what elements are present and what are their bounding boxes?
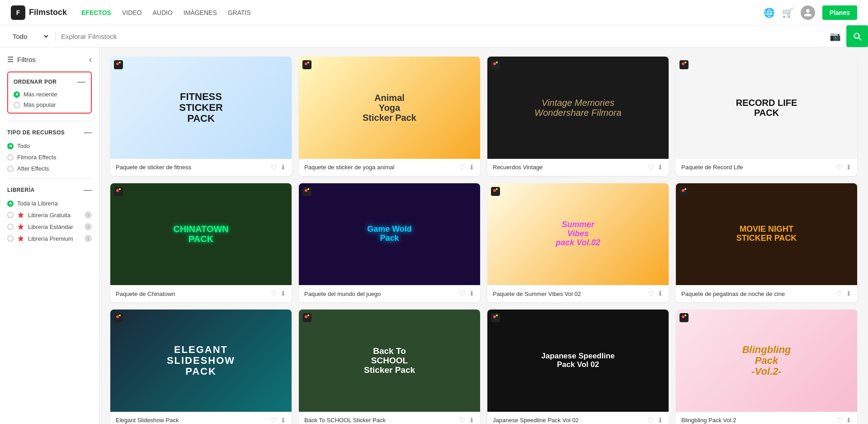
card-thumbnail: FITNESSSTICKERPACK bbox=[110, 57, 292, 159]
type-checkbox-item[interactable]: After Effects bbox=[7, 165, 92, 172]
sort-radio-item[interactable]: Más reciente bbox=[14, 91, 85, 98]
thumb-image: Back ToSCHOOLSticker Pack bbox=[299, 310, 480, 412]
thumb-image: SummerVibespack Vol.02 bbox=[487, 183, 669, 286]
card-download-button[interactable]: ⬇ bbox=[280, 163, 286, 172]
library-item[interactable]: Toda la Librería bbox=[7, 200, 92, 207]
search-filter-select[interactable]: Todo Video Audio Imágenes bbox=[11, 32, 50, 41]
nav-item-video[interactable]: VIDEO bbox=[122, 9, 142, 16]
card-like-button[interactable]: ♡ bbox=[836, 416, 842, 424]
sort-section-header: ORDENAR POR — bbox=[14, 77, 85, 86]
globe-icon[interactable]: 🌐 bbox=[764, 7, 775, 18]
card[interactable]: BlingblingPack-Vol.2- Blingbling Pack Vo… bbox=[676, 310, 857, 424]
card-badge bbox=[114, 60, 123, 71]
thumb-image: Vintage MemoriesWondershare Filmora bbox=[487, 57, 669, 159]
sidebar-toggle[interactable]: ‹ bbox=[89, 55, 92, 64]
nav-item-audio[interactable]: AUDIO bbox=[152, 9, 172, 16]
content-area: FITNESSSTICKERPACK Paquete de sticker de… bbox=[99, 48, 868, 424]
library-collapse-icon[interactable]: — bbox=[84, 185, 92, 195]
type-collapse-icon[interactable]: — bbox=[84, 128, 92, 137]
sort-collapse-icon[interactable]: — bbox=[77, 77, 85, 86]
card-title: Blingbling Pack Vol.2 bbox=[681, 417, 833, 424]
card[interactable]: Vintage MemoriesWondershare Filmora Recu… bbox=[487, 57, 669, 176]
card-like-button[interactable]: ♡ bbox=[271, 290, 277, 298]
card-download-button[interactable]: ⬇ bbox=[657, 163, 663, 172]
library-item[interactable]: Librería Estándar i bbox=[7, 223, 92, 230]
radio-label: Más popular bbox=[24, 101, 56, 108]
card-download-button[interactable]: ⬇ bbox=[280, 290, 286, 298]
card[interactable]: MOVIE NIGHTSticker Pack Paquete de pegat… bbox=[676, 183, 857, 303]
logo-icon: F bbox=[11, 5, 25, 20]
thumb-overlay-text: Game WoldPack bbox=[367, 225, 412, 243]
card-like-button[interactable]: ♡ bbox=[459, 416, 465, 424]
card-actions: ♡ ⬇ bbox=[459, 290, 475, 298]
card[interactable]: RECORD LIFEPACK Paquete de Record Life ♡… bbox=[676, 57, 857, 176]
card-thumbnail: SummerVibespack Vol.02 bbox=[487, 183, 669, 286]
card-like-button[interactable]: ♡ bbox=[648, 416, 654, 424]
card-thumb-inner: FITNESSSTICKERPACK bbox=[110, 57, 292, 159]
type-checkbox-item[interactable]: Filmora Effects bbox=[7, 154, 92, 161]
card-like-button[interactable]: ♡ bbox=[648, 163, 654, 172]
card[interactable]: Japanese SpeedlinePack Vol 02 Japanese S… bbox=[487, 310, 669, 424]
card-like-button[interactable]: ♡ bbox=[836, 163, 842, 172]
avatar[interactable] bbox=[801, 5, 815, 20]
planes-button[interactable]: Planes bbox=[822, 5, 857, 20]
library-info-icon[interactable]: i bbox=[85, 211, 92, 219]
card-title: Recuerdos Vintage bbox=[493, 164, 644, 171]
camera-icon[interactable]: 📷 bbox=[830, 31, 841, 42]
check-circle bbox=[7, 154, 14, 161]
thumb-overlay-text: Japanese SpeedlinePack Vol 02 bbox=[541, 352, 615, 369]
card-download-button[interactable]: ⬇ bbox=[657, 416, 663, 424]
sort-radio-group: Más recienteMás popular bbox=[14, 91, 85, 108]
card-badge bbox=[302, 187, 311, 198]
library-section-header: LIBRERÍA — bbox=[7, 185, 92, 195]
card-download-button[interactable]: ⬇ bbox=[469, 163, 475, 172]
card[interactable]: CHINATOWNPACK Paquete de Chinatown ♡ ⬇ bbox=[110, 183, 292, 303]
nav-item-imágenes[interactable]: IMÁGENES bbox=[184, 9, 217, 16]
card-like-button[interactable]: ♡ bbox=[648, 290, 654, 298]
svg-marker-1 bbox=[18, 224, 24, 230]
card-info: Back To SCHOOL Sticker Pack ♡ ⬇ bbox=[299, 412, 480, 424]
card[interactable]: FITNESSSTICKERPACK Paquete de sticker de… bbox=[110, 57, 292, 176]
library-info-icon[interactable]: i bbox=[85, 235, 92, 242]
search-button[interactable] bbox=[846, 25, 868, 47]
sort-radio-item[interactable]: Más popular bbox=[14, 101, 85, 108]
card-like-button[interactable]: ♡ bbox=[836, 290, 842, 298]
card-like-button[interactable]: ♡ bbox=[459, 163, 465, 172]
type-checkbox-group: TodoFilmora EffectsAfter Effects bbox=[7, 143, 92, 172]
card[interactable]: ELEGANTSLIDESHOW PACK Elegant Slideshow … bbox=[110, 310, 292, 424]
library-item[interactable]: Librería Premium i bbox=[7, 235, 92, 242]
card-badge bbox=[679, 313, 689, 324]
card-badge bbox=[302, 313, 311, 324]
logo-area: F Filmstock bbox=[11, 5, 67, 20]
nav-item-efectos[interactable]: EFECTOS bbox=[81, 9, 111, 16]
svg-point-34 bbox=[493, 315, 496, 318]
radio-circle bbox=[14, 91, 20, 98]
library-item[interactable]: Librería Gratuita i bbox=[7, 211, 92, 219]
cart-icon[interactable]: 🛒 bbox=[782, 7, 793, 18]
card[interactable]: AnimalYogaSticker Pack Paquete de sticke… bbox=[299, 57, 480, 176]
svg-point-23 bbox=[496, 188, 498, 190]
card[interactable]: Back ToSCHOOLSticker Pack Back To SCHOOL… bbox=[299, 310, 480, 424]
card[interactable]: SummerVibespack Vol.02 Paquete de Summer… bbox=[487, 183, 669, 303]
card-like-button[interactable]: ♡ bbox=[459, 290, 465, 298]
library-info-icon[interactable]: i bbox=[85, 223, 92, 230]
card-download-button[interactable]: ⬇ bbox=[657, 290, 663, 298]
nav-item-gratis[interactable]: GRATIS bbox=[228, 9, 251, 16]
card[interactable]: Game WoldPack Paquete del mundo del jueg… bbox=[299, 183, 480, 303]
card-download-button[interactable]: ⬇ bbox=[469, 416, 475, 424]
type-checkbox-item[interactable]: Todo bbox=[7, 143, 92, 149]
card-download-button[interactable]: ⬇ bbox=[280, 416, 286, 424]
card-like-button[interactable]: ♡ bbox=[271, 163, 277, 172]
search-icons: 📷 bbox=[830, 31, 857, 42]
library-badge-icon bbox=[17, 235, 24, 242]
thumb-overlay-text: Vintage MemoriesWondershare Filmora bbox=[534, 98, 621, 118]
card-download-button[interactable]: ⬇ bbox=[846, 163, 852, 172]
card-download-button[interactable]: ⬇ bbox=[469, 290, 475, 298]
card-like-button[interactable]: ♡ bbox=[271, 416, 277, 424]
card-thumb-inner: Back ToSCHOOLSticker Pack bbox=[299, 310, 480, 412]
card-download-button[interactable]: ⬇ bbox=[846, 416, 852, 424]
card-download-button[interactable]: ⬇ bbox=[846, 290, 852, 298]
svg-point-16 bbox=[116, 189, 119, 192]
search-input[interactable] bbox=[61, 33, 824, 40]
svg-point-10 bbox=[493, 62, 496, 65]
